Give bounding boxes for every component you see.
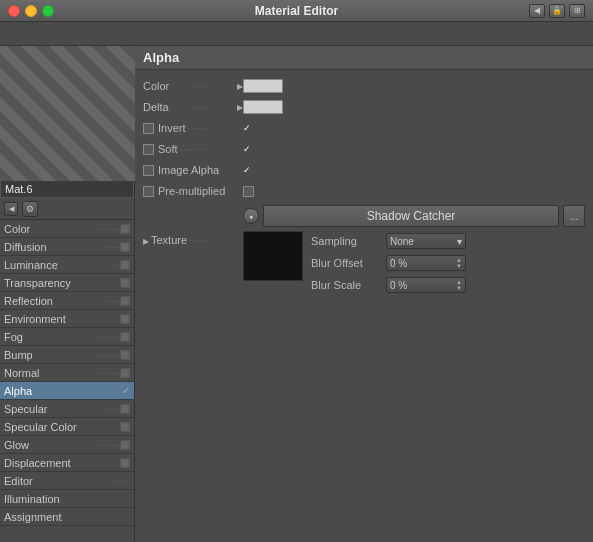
delta-swatch[interactable]: [243, 100, 283, 114]
texture-details: Sampling None ▾ Blur Offset 0 %: [243, 231, 585, 297]
blur-scale-value: 0 %: [390, 280, 407, 291]
channel-item-displacement[interactable]: Displacement: [0, 454, 134, 472]
channel-item-specular[interactable]: Specular · · · · ·: [0, 400, 134, 418]
blur-offset-label: Blur Offset: [311, 257, 386, 269]
maximize-button[interactable]: [42, 5, 54, 17]
texture-thumbnail: [243, 231, 303, 281]
color-label-text: Color: [143, 80, 188, 92]
channel-item-color[interactable]: Color · · · · · ·: [0, 220, 134, 238]
alpha-section-header: Alpha: [135, 46, 593, 70]
blur-scale-label: Blur Scale: [311, 279, 386, 291]
channel-indicator-luminance: [120, 260, 130, 270]
shadow-catcher-more-btn[interactable]: ...: [563, 205, 585, 227]
blur-scale-down-arrow[interactable]: ▼: [456, 285, 462, 291]
material-name-label: Mat.6: [0, 181, 134, 198]
channel-item-illumination[interactable]: Illumination: [0, 490, 134, 508]
channel-name-bump: Bump: [4, 349, 95, 361]
blur-offset-down-arrow[interactable]: ▼: [456, 263, 462, 269]
window-title: Material Editor: [255, 4, 338, 18]
image-alpha-label-text: Image Alpha: [158, 164, 219, 176]
channel-indicator-transparency: [120, 278, 130, 288]
shadow-catcher-label: Shadow Catcher: [263, 205, 559, 227]
channel-indicator-displacement: [120, 458, 130, 468]
minimize-button[interactable]: [25, 5, 37, 17]
material-options-btn[interactable]: ⚙: [22, 201, 38, 217]
premultiplied-value-checkbox[interactable]: [243, 186, 254, 197]
sampling-dropdown[interactable]: None ▾: [386, 233, 466, 249]
channel-item-editor[interactable]: Editor · · · · · ·: [0, 472, 134, 490]
image-alpha-checkbox[interactable]: [143, 165, 154, 176]
premultiplied-row: Pre-multiplied: [143, 181, 585, 201]
color-prop-label: Color · · · · · · ▶: [143, 80, 243, 92]
channel-item-alpha[interactable]: Alpha ✓: [0, 382, 134, 400]
properties-area: Color · · · · · · ▶ Delta · · · · · · ▶: [135, 70, 593, 303]
texture-row: ▶ Texture · · · · · · ● Shadow Catcher .…: [143, 205, 585, 297]
expand-btn[interactable]: ⊞: [569, 4, 585, 18]
image-alpha-row: Image Alpha ✓: [143, 160, 585, 180]
premultiplied-checkbox[interactable]: [143, 186, 154, 197]
color-row: Color · · · · · · ▶: [143, 76, 585, 96]
shadow-catcher-settings: Sampling None ▾ Blur Offset 0 %: [303, 231, 585, 297]
blur-scale-arrows: ▲ ▼: [456, 279, 462, 291]
image-alpha-prop-label: Image Alpha: [143, 164, 243, 176]
premultiplied-label-text: Pre-multiplied: [158, 185, 225, 197]
blur-scale-input[interactable]: 0 % ▲ ▼: [386, 277, 466, 293]
channel-item-normal[interactable]: Normal · · · · · ·: [0, 364, 134, 382]
texture-expand-arrow[interactable]: ▶: [143, 237, 149, 246]
channel-list: Color · · · · · · Diffusion · · · · Lumi…: [0, 220, 134, 542]
blur-scale-row: Blur Scale 0 % ▲ ▼: [311, 275, 585, 295]
channel-indicator-reflection: [120, 296, 130, 306]
channel-name-editor: Editor: [4, 475, 107, 487]
blur-offset-row: Blur Offset 0 % ▲ ▼: [311, 253, 585, 273]
invert-checkbox[interactable]: [143, 123, 154, 134]
sampling-row: Sampling None ▾: [311, 231, 585, 251]
channel-name-assignment: Assignment: [4, 511, 130, 523]
channel-indicator-normal: [120, 368, 130, 378]
titlebar: Material Editor ◀ 🔒 ⊞: [0, 0, 593, 22]
delta-label-text: Delta: [143, 101, 188, 113]
channel-name-specular-color: Specular Color: [4, 421, 118, 433]
prev-material-btn[interactable]: ◀: [4, 202, 18, 216]
channel-item-assignment[interactable]: Assignment: [0, 508, 134, 526]
texture-label-text: Texture: [151, 234, 187, 246]
channel-item-specular-color[interactable]: Specular Color: [0, 418, 134, 436]
titlebar-right-controls: ◀ 🔒 ⊞: [529, 4, 585, 18]
blur-offset-input[interactable]: 0 % ▲ ▼: [386, 255, 466, 271]
delta-prop-label: Delta · · · · · · ▶: [143, 101, 243, 113]
channel-item-luminance[interactable]: Luminance · · ·: [0, 256, 134, 274]
invert-label-text: Invert: [158, 122, 186, 134]
blur-offset-value: 0 %: [390, 258, 407, 269]
alpha-title: Alpha: [143, 50, 179, 65]
channel-indicator-environment: [120, 314, 130, 324]
close-button[interactable]: [8, 5, 20, 17]
channel-name-color: Color: [4, 223, 95, 235]
toolbar: [0, 22, 593, 46]
alpha-checkmark: ✓: [122, 385, 130, 396]
channel-item-transparency[interactable]: Transparency: [0, 274, 134, 292]
main-layout: Mat.6 ◀ ⚙ Color · · · · · · Diffusion · …: [0, 46, 593, 542]
arrow-left-btn[interactable]: ◀: [529, 4, 545, 18]
channel-indicator-specular-color: [120, 422, 130, 432]
left-panel: Mat.6 ◀ ⚙ Color · · · · · · Diffusion · …: [0, 46, 135, 542]
soft-checkmark: ✓: [243, 144, 251, 154]
lock-btn[interactable]: 🔒: [549, 4, 565, 18]
soft-checkbox[interactable]: [143, 144, 154, 155]
texture-circle-btn[interactable]: ●: [243, 208, 259, 224]
channel-name-transparency: Transparency: [4, 277, 118, 289]
traffic-lights: [8, 5, 54, 17]
channel-name-luminance: Luminance: [4, 259, 108, 271]
channel-item-glow[interactable]: Glow · · · · · ·: [0, 436, 134, 454]
channel-indicator-specular: [120, 404, 130, 414]
channel-indicator-glow: [120, 440, 130, 450]
channel-item-reflection[interactable]: Reflection · · · ·: [0, 292, 134, 310]
channel-item-fog[interactable]: Fog · · · · · ·: [0, 328, 134, 346]
channel-name-illumination: Illumination: [4, 493, 130, 505]
channel-item-environment[interactable]: Environment: [0, 310, 134, 328]
channel-name-displacement: Displacement: [4, 457, 118, 469]
channel-item-bump[interactable]: Bump · · · · · ·: [0, 346, 134, 364]
channel-indicator-diffusion: [120, 242, 130, 252]
channel-name-alpha: Alpha: [4, 385, 120, 397]
channel-item-diffusion[interactable]: Diffusion · · · ·: [0, 238, 134, 256]
color-swatch[interactable]: [243, 79, 283, 93]
soft-prop-label: Soft · · · · · · · ·: [143, 143, 243, 155]
